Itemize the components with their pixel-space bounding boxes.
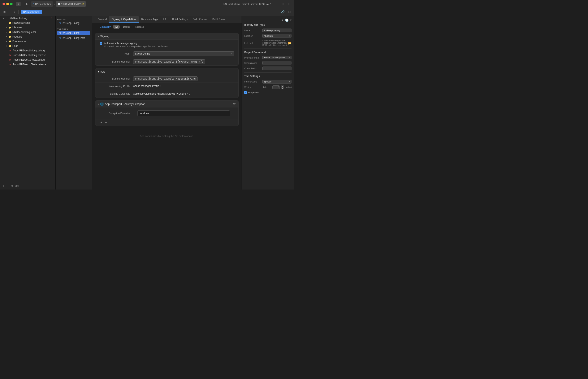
project-format-dropdown[interactable]: Xcode 12.0-compatible ▾ xyxy=(262,56,291,59)
add-file-button[interactable]: + xyxy=(2,184,5,188)
indent-using-dropdown[interactable]: Spaces ▾ xyxy=(262,80,291,83)
text-settings-title: Text Settings xyxy=(244,75,291,78)
star-icon-button[interactable]: ★ xyxy=(281,18,284,22)
add-capability-button[interactable]: + + Capability xyxy=(95,25,111,28)
sidebar-item-libraries[interactable]: ▸ 📁 Libraries xyxy=(1,25,55,30)
domain-item-localhost[interactable]: localhost xyxy=(137,111,230,116)
filter-debug[interactable]: Debug xyxy=(121,25,132,29)
signing-section-header[interactable]: ▾ Signing xyxy=(95,33,239,40)
fullscreen-button[interactable] xyxy=(10,3,13,5)
target-rndeeplinking[interactable]: ◻ RNDeepLinking xyxy=(57,31,90,35)
tab-label: Tab xyxy=(263,86,271,89)
back-button[interactable]: ‹ xyxy=(8,9,12,14)
tab-stepper-buttons: ▲ ▼ xyxy=(281,85,284,89)
project-item[interactable]: ◻ RNDeepLinking xyxy=(57,21,90,25)
class-prefix-input[interactable] xyxy=(262,66,291,70)
wrap-lines-checkbox[interactable] xyxy=(244,91,247,94)
project-doc-title: Project Document xyxy=(244,51,291,54)
grid-view-button[interactable]: ⊞ xyxy=(2,9,7,14)
sidebar-item-label: Pods-RNDee...gTests.release xyxy=(13,63,46,66)
tab-resource-tags[interactable]: Resource Tags xyxy=(139,16,160,23)
remove-domain-button[interactable]: − xyxy=(104,121,107,125)
tab-build-phases[interactable]: Build Phases xyxy=(190,16,210,23)
add-tab-button[interactable]: + xyxy=(273,2,277,6)
sidebar-item-tests[interactable]: ▸ 📁 RNDeepLinkingTests xyxy=(1,30,55,34)
domains-table: localhost xyxy=(137,111,230,116)
clock-icon-button[interactable]: 🕐 xyxy=(285,18,288,22)
full-path-value: /Users/khushalagarwal/Projects/RNDeepLin… xyxy=(262,39,287,46)
target-label: RNDeepLinking xyxy=(62,32,79,34)
indent-stepper: Indent ▲ ▼ xyxy=(286,85,294,89)
tab-bar: ◻ RNDeepLinking › 📄 Never Ending Story ✨ xyxy=(31,1,222,7)
target-tests-label: RNDeepLinkingTests xyxy=(62,36,85,39)
info-icon[interactable]: ⓘ xyxy=(160,85,162,87)
split-view-button[interactable]: ⊟ xyxy=(281,1,286,6)
bundle-identifier-field[interactable]: org.reactjs.native.example.${PRODUCT_NAM… xyxy=(133,59,205,64)
identity-type-title: Identity and Type xyxy=(244,24,291,26)
minimize-button[interactable] xyxy=(6,3,9,5)
close-button[interactable] xyxy=(2,3,5,5)
layout-button[interactable]: ⊞ xyxy=(287,1,291,6)
project-format-row: Project Format Xcode 12.0-compatible ▾ xyxy=(244,56,291,59)
tab-build-settings[interactable]: Build Settings xyxy=(170,16,190,23)
inspector-button[interactable]: ⊟ xyxy=(287,9,292,14)
filter-button[interactable]: ⊟ Filter xyxy=(11,185,19,187)
auto-manage-sublabel: Xcode will create and update profiles, a… xyxy=(104,45,168,48)
help-icon-button[interactable]: ? xyxy=(290,18,291,22)
sidebar-item-pods-gtests-debug[interactable]: ⚙ Pods-RNDee...gTests.debug xyxy=(1,58,55,62)
status-text: RNDeepLinking: Ready | Today at 12:43 xyxy=(224,3,265,5)
provisioning-value: Xcode Managed Profile ⓘ xyxy=(133,85,234,88)
traffic-lights xyxy=(2,3,13,5)
ios-bundle-id-field[interactable]: org.reactjs.native.example.RNDeepLinking xyxy=(133,76,197,81)
filter-all[interactable]: All xyxy=(113,25,120,29)
delete-section-button[interactable]: 🗑 xyxy=(233,102,236,106)
browse-path-button[interactable]: 📂 xyxy=(288,41,291,45)
tab-width-input[interactable] xyxy=(272,85,280,89)
team-value: Stream.io Inc ▾ xyxy=(133,51,234,56)
class-prefix-label: Class Prefix xyxy=(244,67,261,70)
name-row: Name xyxy=(244,29,291,32)
tab-general[interactable]: General xyxy=(95,16,109,23)
remove-file-button[interactable]: − xyxy=(6,184,9,188)
tab-never-ending-story[interactable]: 📄 Never Ending Story ✨ xyxy=(56,1,86,7)
right-panel: ★ 🕐 ? Identity and Type Name Location Ab… xyxy=(241,16,294,190)
file-sidebar: ▾ ◻ RNDeepLinking 1 ▸ 📁 RNDeepLinking ▸ … xyxy=(0,16,56,190)
link-button[interactable]: 🔗 xyxy=(280,9,286,14)
forward-button[interactable]: › xyxy=(13,9,16,14)
sidebar-item-pods-gtests-release[interactable]: ⚙ Pods-RNDee...gTests.release xyxy=(1,62,55,66)
app-transport-header[interactable]: ▾ 🌐 App Transport Security Exception 🗑 xyxy=(95,100,239,108)
gear-icon: ⚙ xyxy=(9,49,12,52)
folder-icon: 📁 xyxy=(8,40,11,43)
add-domain-button[interactable]: + xyxy=(100,121,103,125)
active-project-tab[interactable]: RNDeepLinking xyxy=(21,10,42,14)
location-dropdown[interactable]: Absolute ▾ xyxy=(262,34,291,38)
sidebar-item-frameworks[interactable]: ▸ 📁 Frameworks xyxy=(1,39,55,44)
sidebar-item-rndeeplinking-root[interactable]: ▾ ◻ RNDeepLinking 1 xyxy=(1,16,55,20)
target-tests[interactable]: ◻ RNDeepLinkingTests xyxy=(57,36,90,40)
team-dropdown[interactable]: Stream.io Inc ▾ xyxy=(133,51,234,56)
sidebar-item-rndeeplinking[interactable]: ▸ 📁 RNDeepLinking xyxy=(1,21,55,25)
ios-bundle-id-value: org.reactjs.native.example.RNDeepLinking xyxy=(133,77,234,80)
tab-info[interactable]: Info xyxy=(160,16,170,23)
play-button[interactable]: ▶ xyxy=(25,1,29,6)
sidebar-item-pods[interactable]: ▾ 📁 Pods xyxy=(1,44,55,48)
table-controls: + − xyxy=(95,119,239,126)
auto-manage-checkbox[interactable] xyxy=(100,42,102,45)
tab-decrement-button[interactable]: ▼ xyxy=(281,87,284,89)
sidebar-item-label: Frameworks xyxy=(12,40,26,43)
sidebar-item-products[interactable]: ▾ 📁 Products xyxy=(1,35,55,39)
tab-signing-capabilities[interactable]: Signing & Capabilities xyxy=(109,16,139,23)
tab-increment-button[interactable]: ▲ xyxy=(281,85,284,87)
team-label: Team xyxy=(100,52,133,55)
ios-header[interactable]: ▾ iOS xyxy=(95,68,239,75)
sidebar-toggle-button[interactable]: ⊟ xyxy=(16,2,21,6)
exception-domains-label: Exception Domains xyxy=(100,112,133,115)
sidebar-item-pods-debug[interactable]: ⚙ Pods-RNDeepLinking.debug xyxy=(1,48,55,53)
sidebar-item-pods-release[interactable]: ⚙ Pods-RNDeepLinking.release xyxy=(1,53,55,57)
tab-build-rules[interactable]: Build Rules xyxy=(210,16,228,23)
organization-input[interactable] xyxy=(262,61,291,65)
name-input[interactable] xyxy=(262,29,291,32)
tab-separator: › xyxy=(54,2,55,6)
tab-rndeeplinking[interactable]: ◻ RNDeepLinking xyxy=(31,1,53,7)
filter-release[interactable]: Release xyxy=(133,25,146,29)
